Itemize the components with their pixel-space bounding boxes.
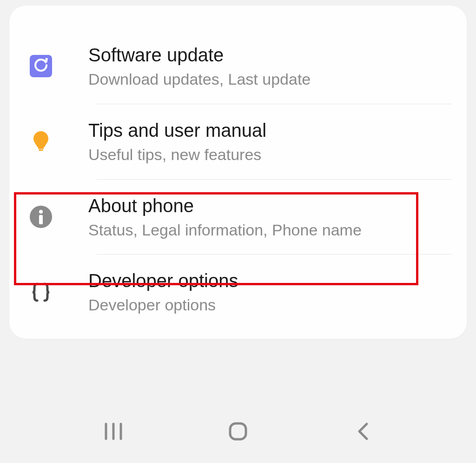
settings-item-software-update[interactable]: Software update Download updates, Last u… [9, 29, 467, 104]
settings-list: Software update Download updates, Last u… [9, 6, 467, 339]
item-subtitle: Download updates, Last update [88, 70, 448, 89]
lightbulb-icon [28, 128, 54, 154]
svg-rect-2 [38, 147, 44, 149]
item-title: Software update [88, 44, 448, 66]
home-button[interactable] [224, 417, 252, 445]
settings-item-developer-options[interactable]: Developer options Developer options [9, 255, 467, 329]
settings-item-about-phone[interactable]: About phone Status, Legal information, P… [9, 180, 467, 255]
recents-button[interactable] [99, 417, 127, 445]
svg-rect-0 [30, 55, 52, 77]
back-button[interactable] [349, 417, 377, 445]
navigation-bar [0, 417, 476, 445]
svg-point-5 [39, 210, 43, 214]
braces-icon [28, 279, 54, 305]
svg-rect-10 [230, 423, 246, 439]
item-subtitle: Status, Legal information, Phone name [88, 221, 448, 240]
svg-rect-3 [39, 149, 43, 151]
item-subtitle: Developer options [88, 295, 448, 315]
item-title: Developer options [88, 269, 448, 292]
item-title: Tips and user manual [88, 119, 448, 141]
settings-item-tips[interactable]: Tips and user manual Useful tips, new fe… [9, 104, 467, 179]
item-title: About phone [88, 195, 448, 217]
info-icon [28, 204, 54, 230]
svg-rect-6 [39, 215, 43, 224]
update-icon [28, 53, 54, 79]
item-subtitle: Useful tips, new features [88, 145, 448, 164]
